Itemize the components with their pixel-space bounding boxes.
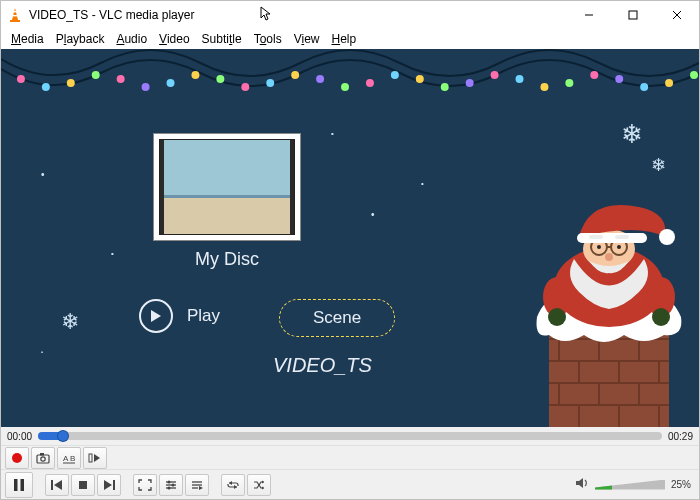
previous-button[interactable] <box>45 474 69 496</box>
frame-step-button[interactable] <box>83 447 107 469</box>
svg-marker-86 <box>104 480 112 490</box>
minimize-button[interactable] <box>567 1 611 29</box>
speaker-icon[interactable] <box>575 477 589 492</box>
svg-point-70 <box>659 229 675 245</box>
svg-marker-99 <box>234 485 237 489</box>
string-lights-decor <box>1 49 699 105</box>
svg-point-24 <box>416 75 424 83</box>
svg-point-22 <box>366 79 374 87</box>
svg-point-21 <box>341 83 349 91</box>
snow-dot: • <box>111 249 114 258</box>
svg-point-75 <box>41 456 45 460</box>
svg-rect-82 <box>21 479 25 491</box>
next-button[interactable] <box>97 474 121 496</box>
menu-playback[interactable]: Playback <box>50 30 111 48</box>
svg-rect-2 <box>13 11 17 12</box>
snow-dot: • <box>41 349 43 355</box>
dvd-play-button[interactable]: Play <box>139 299 220 333</box>
extended-settings-button[interactable] <box>159 474 183 496</box>
snow-dot: • <box>371 209 375 220</box>
seek-bar[interactable] <box>38 432 662 440</box>
svg-rect-1 <box>10 20 20 22</box>
svg-rect-76 <box>40 453 44 456</box>
time-elapsed: 00:00 <box>7 431 32 442</box>
shuffle-button[interactable] <box>247 474 271 496</box>
seek-knob[interactable] <box>58 431 68 441</box>
svg-rect-81 <box>14 479 18 491</box>
menu-tools[interactable]: Tools <box>248 30 288 48</box>
svg-marker-97 <box>199 486 203 490</box>
svg-point-15 <box>191 71 199 79</box>
svg-rect-87 <box>113 480 115 490</box>
close-button[interactable] <box>655 1 699 29</box>
svg-point-35 <box>690 71 698 79</box>
svg-marker-102 <box>576 478 583 488</box>
snowflake-icon: ❄ <box>61 309 79 335</box>
svg-point-30 <box>565 79 573 87</box>
fullscreen-button[interactable] <box>133 474 157 496</box>
title-bar: VIDEO_TS - VLC media player <box>1 1 699 29</box>
svg-point-93 <box>168 486 171 489</box>
svg-text:B: B <box>70 454 75 463</box>
svg-rect-71 <box>589 235 603 239</box>
svg-point-11 <box>92 71 100 79</box>
dvd-play-label: Play <box>187 306 220 326</box>
svg-rect-69 <box>577 233 647 243</box>
svg-point-12 <box>117 75 125 83</box>
svg-marker-84 <box>54 480 62 490</box>
svg-point-91 <box>168 480 171 483</box>
menu-subtitle[interactable]: Subtitle <box>196 30 248 48</box>
seek-row: 00:00 00:29 <box>1 427 699 445</box>
snow-dot: • <box>41 169 45 180</box>
svg-point-61 <box>652 308 670 326</box>
dvd-thumbnail[interactable] <box>153 133 301 241</box>
stop-button[interactable] <box>71 474 95 496</box>
svg-point-73 <box>12 453 22 463</box>
svg-point-16 <box>216 75 224 83</box>
maximize-button[interactable] <box>611 1 655 29</box>
menu-audio[interactable]: Audio <box>110 30 153 48</box>
volume-slider[interactable] <box>595 480 665 490</box>
menu-video[interactable]: Video <box>153 30 195 48</box>
vlc-cone-icon <box>7 7 23 23</box>
svg-point-34 <box>665 79 673 87</box>
svg-marker-36 <box>151 310 161 322</box>
svg-point-68 <box>605 253 613 261</box>
record-button[interactable] <box>5 447 29 469</box>
svg-point-17 <box>241 83 249 91</box>
volume-control: 25% <box>575 477 695 492</box>
svg-point-23 <box>391 71 399 79</box>
pause-button[interactable] <box>5 472 33 498</box>
svg-marker-100 <box>262 480 264 483</box>
svg-point-27 <box>491 71 499 79</box>
playback-toolbar: 25% <box>1 469 699 499</box>
svg-text:A: A <box>63 454 69 463</box>
time-total: 00:29 <box>668 431 693 442</box>
window-title: VIDEO_TS - VLC media player <box>29 8 194 22</box>
svg-point-32 <box>615 75 623 83</box>
snow-dot: • <box>331 129 334 138</box>
loop-button[interactable] <box>221 474 245 496</box>
svg-rect-72 <box>615 235 629 239</box>
svg-point-25 <box>441 83 449 91</box>
svg-marker-80 <box>94 454 100 462</box>
menu-media[interactable]: Media <box>5 30 50 48</box>
app-window: VIDEO_TS - VLC media player Media Playba… <box>0 0 700 500</box>
snapshot-button[interactable] <box>31 447 55 469</box>
menu-view[interactable]: View <box>288 30 326 48</box>
svg-rect-83 <box>51 480 53 490</box>
svg-point-60 <box>548 308 566 326</box>
playlist-button[interactable] <box>185 474 209 496</box>
loop-ab-button[interactable]: AB <box>57 447 81 469</box>
svg-point-66 <box>597 245 601 249</box>
svg-point-31 <box>590 71 598 79</box>
svg-point-10 <box>67 79 75 87</box>
svg-point-8 <box>17 75 25 83</box>
menu-help[interactable]: Help <box>325 30 362 48</box>
svg-point-9 <box>42 83 50 91</box>
play-circle-icon <box>139 299 173 333</box>
svg-point-13 <box>142 83 150 91</box>
svg-point-29 <box>540 83 548 91</box>
dvd-scene-button[interactable]: Scene <box>279 299 395 337</box>
advanced-toolbar: AB <box>1 445 699 469</box>
